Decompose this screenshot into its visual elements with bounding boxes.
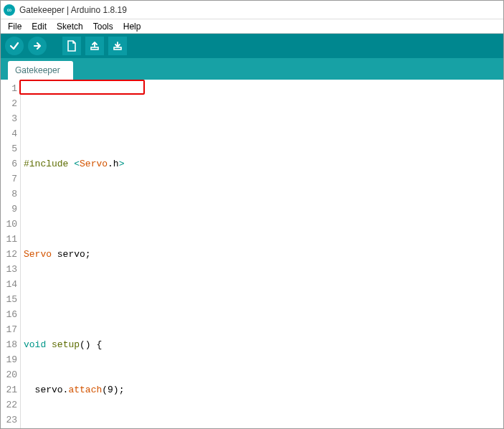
code-line: [24, 292, 503, 307]
line-number: 21: [1, 382, 17, 397]
line-number: 6: [1, 156, 17, 171]
check-icon: [9, 41, 19, 51]
line-number: 19: [1, 352, 17, 367]
menu-sketch[interactable]: Sketch: [52, 21, 87, 32]
line-number: 7: [1, 171, 17, 187]
line-number: 15: [1, 292, 17, 307]
arrow-down-icon: [113, 41, 123, 51]
line-number: 3: [1, 111, 17, 126]
line-number: 23: [1, 412, 17, 428]
menu-help[interactable]: Help: [119, 21, 146, 32]
line-number: 20: [1, 367, 17, 382]
verify-button[interactable]: [5, 37, 24, 55]
line-number: 22: [1, 397, 17, 412]
arduino-app-icon: ∞: [4, 4, 15, 16]
line-number: 14: [1, 277, 17, 292]
arrow-up-icon: [90, 41, 100, 51]
line-number: 8: [1, 187, 17, 202]
upload-button[interactable]: [28, 37, 47, 55]
line-number: 12: [1, 247, 17, 262]
svg-rect-0: [91, 47, 98, 50]
code-area[interactable]: #include <Servo.h> Servo servo; void set…: [21, 80, 503, 428]
line-number: 18: [1, 337, 17, 352]
menu-bar: File Edit Sketch Tools Help: [1, 19, 503, 34]
line-number: 10: [1, 217, 17, 232]
title-bar: ∞ Gatekeeper | Arduino 1.8.19: [1, 1, 503, 19]
code-line: void setup() {: [24, 337, 503, 352]
save-sketch-button[interactable]: [108, 37, 127, 55]
code-line: servo.attach(9);: [24, 382, 503, 397]
window-title: Gatekeeper | Arduino 1.8.19: [19, 5, 127, 15]
current-line-highlight: [21, 80, 503, 95]
line-number: 1: [1, 81, 17, 96]
line-number: 9: [1, 202, 17, 217]
line-number: 11: [1, 232, 17, 247]
code-editor[interactable]: 1 2 3 4 5 6 7 8 9 10 11 12 13 14 15 16 1…: [1, 80, 503, 428]
code-line: Servo servo;: [24, 247, 503, 262]
tab-sketch[interactable]: Gatekeeper: [8, 61, 73, 80]
new-sketch-button[interactable]: [62, 37, 81, 55]
svg-rect-1: [114, 47, 121, 50]
file-icon: [67, 40, 77, 52]
annotation-highlight: [19, 80, 145, 95]
menu-file[interactable]: File: [4, 21, 26, 32]
line-number: 13: [1, 262, 17, 277]
line-number: 2: [1, 96, 17, 111]
tab-bar: Gatekeeper: [1, 58, 503, 80]
line-number: 17: [1, 322, 17, 337]
open-sketch-button[interactable]: [85, 37, 104, 55]
menu-edit[interactable]: Edit: [27, 21, 51, 32]
line-number: 5: [1, 141, 17, 156]
line-number: 4: [1, 126, 17, 141]
code-line: [24, 202, 503, 217]
line-gutter: 1 2 3 4 5 6 7 8 9 10 11 12 13 14 15 16 1…: [1, 80, 21, 428]
menu-tools[interactable]: Tools: [89, 21, 118, 32]
line-number: 16: [1, 307, 17, 322]
arrow-right-icon: [32, 41, 42, 51]
toolbar: [1, 34, 503, 58]
code-line: #include <Servo.h>: [24, 156, 503, 171]
